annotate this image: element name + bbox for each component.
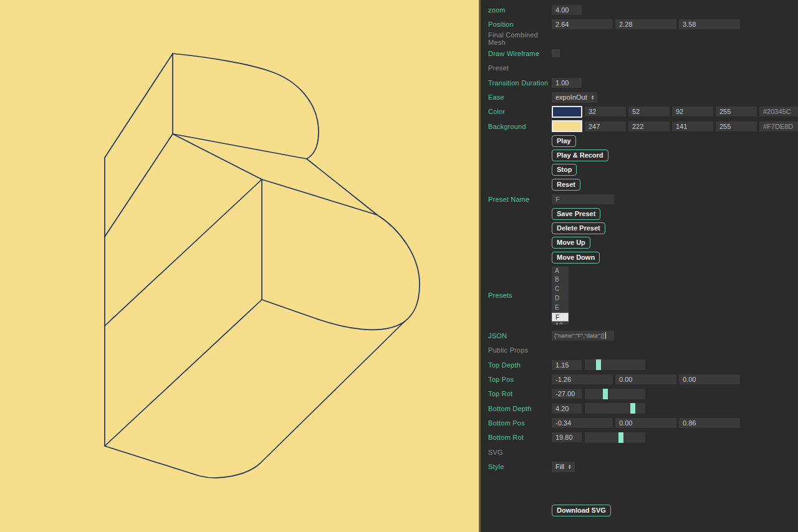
reset-button[interactable]: Reset [552,179,580,191]
presets-list[interactable]: A B C D E F A2 [552,267,569,325]
position-y-input[interactable]: 2.28 [615,19,676,29]
row-zoom: zoom 4.00 [488,2,798,17]
bottom-pos-x-input[interactable]: -0.34 [552,418,613,428]
save-preset-button[interactable]: Save Preset [552,208,600,220]
curve-top-bowl [173,54,319,159]
preset-item-b[interactable]: B [552,275,569,285]
color-r-input[interactable]: 32 [585,107,626,116]
row-transition-duration: Transition Duration 1.00 [488,75,798,90]
top-pos-z-input[interactable]: 0.00 [679,374,740,384]
background-b-input[interactable]: 141 [672,121,713,131]
play-record-button[interactable]: Play & Record [552,150,608,161]
preset-item-a[interactable]: A [552,267,569,276]
viewport-canvas[interactable] [0,0,479,532]
play-button[interactable]: Play [552,135,576,147]
move-up-button[interactable]: Move Up [552,237,590,249]
color-a-input[interactable]: 255 [716,107,757,116]
background-r-input[interactable]: 247 [585,121,626,131]
color-label: Color [488,108,552,115]
style-select[interactable]: Fill ▲▼ [552,462,575,472]
wireframe-letter-b [0,0,479,532]
json-input[interactable]: {"name":"F","data":[{ [552,331,614,341]
bottom-pos-z-input[interactable]: 0.86 [679,418,740,428]
edge-j2-s2 [262,179,377,215]
json-label: JSON [488,332,552,340]
position-z-input[interactable]: 3.58 [679,19,740,29]
row-draw-wireframe: Draw Wireframe [488,46,798,60]
app: zoom 4.00 Position 2.64 2.28 3.58 Final … [0,0,798,532]
top-rot-slider-handle[interactable] [603,389,608,399]
position-x-input[interactable]: 2.64 [552,19,613,29]
bottom-rot-slider-handle[interactable] [618,432,623,443]
preset-section-label: Preset [488,64,552,72]
bottom-depth-input[interactable]: 4.20 [552,404,582,414]
transition-duration-input[interactable]: 1.00 [552,78,582,88]
bottom-pos-y-input[interactable]: 0.00 [615,418,676,428]
row-preset-name: Preset Name F [488,192,798,206]
row-preset-section: Preset [488,61,798,75]
bottom-depth-slider-handle[interactable] [630,403,635,414]
top-depth-input[interactable]: 1.15 [552,360,582,370]
bottom-rot-slider[interactable] [585,432,645,443]
transition-duration-label: Transition Duration [488,79,552,87]
row-presets: Presets A B C D E F A2 [488,266,798,325]
row-public-props: Public Props [488,343,798,357]
stop-button[interactable]: Stop [552,164,577,176]
top-pos-x-input[interactable]: -1.26 [552,374,613,384]
top-pos-y-input[interactable]: 0.00 [615,374,676,384]
top-rot-input[interactable]: -27.00 [552,389,582,399]
preset-name-input[interactable]: F [552,194,614,204]
ease-select-value: expoInOut [555,93,587,101]
row-download-svg: Download SVG [488,503,798,518]
svg-section-label: SVG [488,449,552,456]
color-g-input[interactable]: 52 [628,107,670,116]
top-depth-slider-handle[interactable] [596,359,601,370]
draw-wireframe-checkbox[interactable] [552,49,560,57]
download-svg-button[interactable]: Download SVG [552,505,611,516]
ease-label: Ease [488,93,552,101]
top-rot-slider[interactable] [585,389,645,399]
background-a-input[interactable]: 255 [716,121,757,131]
control-panel: zoom 4.00 Position 2.64 2.28 3.58 Final … [479,0,798,532]
background-g-input[interactable]: 222 [628,121,670,131]
background-swatch[interactable] [552,120,582,132]
bottom-rot-input[interactable]: 19.80 [552,432,582,442]
row-top-rot: Top Rot -27.00 [488,387,798,401]
public-props-label: Public Props [488,346,552,354]
preset-item-a2[interactable]: A2 [552,321,569,324]
ease-select[interactable]: expoInOut ▲▼ [552,92,597,103]
presets-label: Presets [488,292,552,299]
top-depth-slider[interactable] [585,359,645,370]
background-hex-input[interactable]: #F7DE8D [759,121,798,131]
background-label: Background [488,123,552,130]
top-depth-label: Top Depth [488,361,552,369]
row-position: Position 2.64 2.28 3.58 [488,17,798,31]
preset-item-f-selected[interactable]: F [552,313,569,322]
edge-p1-s2 [307,159,377,215]
zoom-label: zoom [488,6,552,14]
preset-item-c[interactable]: C [552,285,569,294]
row-final-combined-mesh: Final Combined Mesh [488,32,798,46]
move-down-button[interactable]: Move Down [552,252,600,264]
bottom-pos-label: Bottom Pos [488,419,552,427]
row-svg-section: SVG [488,445,798,459]
position-label: Position [488,21,552,28]
color-b-input[interactable]: 92 [672,107,713,116]
curve-bottom-bowl [377,215,420,322]
row-bottom-rot: Bottom Rot 19.80 [488,430,798,445]
curve-j3-c2 [262,300,404,330]
color-swatch[interactable] [552,106,582,118]
preset-name-label: Preset Name [488,196,552,203]
edge-j1-p1 [173,134,307,159]
delete-preset-button[interactable]: Delete Preset [552,222,605,234]
bottom-depth-slider[interactable] [585,403,645,414]
preset-item-e[interactable]: E [552,303,569,313]
color-hex-input[interactable]: #20345C [759,107,798,116]
row-bottom-depth: Bottom Depth 4.20 [488,401,798,416]
top-rot-label: Top Rot [488,390,552,397]
row-bottom-pos: Bottom Pos -0.34 0.00 0.86 [488,416,798,430]
row-play-record: Play & Record [488,148,798,163]
text-caret [605,332,606,339]
preset-item-d[interactable]: D [552,294,569,303]
zoom-input[interactable]: 4.00 [552,5,582,15]
